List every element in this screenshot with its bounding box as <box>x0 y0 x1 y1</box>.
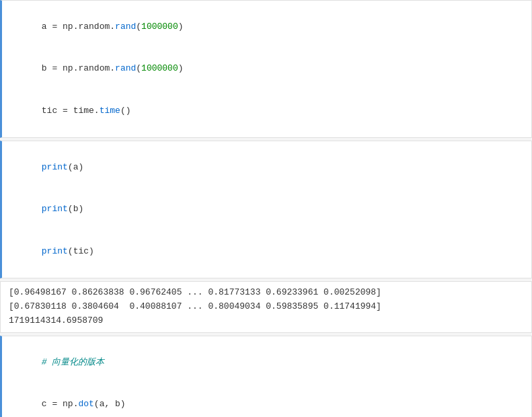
cell-3-code[interactable]: # 向量化的版本 c = np.dot(a, b) toc = time.tim… <box>0 336 532 417</box>
notebook: a = np.random.rand(1000000) b = np.rando… <box>0 0 532 417</box>
code-line: c = np.dot(a, b) <box>10 383 523 417</box>
code-line: # 向量化的版本 <box>10 342 523 383</box>
code-line: tic = time.time() <box>10 90 523 132</box>
output-line: [0.67830118 0.3804604 0.40088107 ... 0.8… <box>9 300 523 314</box>
cell-2-code[interactable]: print(a) print(b) print(tic) <box>0 141 532 278</box>
output-line: [0.96498167 0.86263838 0.96762405 ... 0.… <box>9 286 523 300</box>
code-line: a = np.random.rand(1000000) <box>10 6 523 48</box>
code-line: print(a) <box>10 147 523 188</box>
code-line: b = np.random.rand(1000000) <box>10 48 523 89</box>
code-line: print(tic) <box>10 231 523 272</box>
cell-1-code[interactable]: a = np.random.rand(1000000) b = np.rando… <box>0 0 532 138</box>
cell-2-output: [0.96498167 0.86263838 0.96762405 ... 0.… <box>0 281 532 332</box>
output-line: 1719114314.6958709 <box>9 314 523 328</box>
code-line: print(b) <box>10 189 523 231</box>
